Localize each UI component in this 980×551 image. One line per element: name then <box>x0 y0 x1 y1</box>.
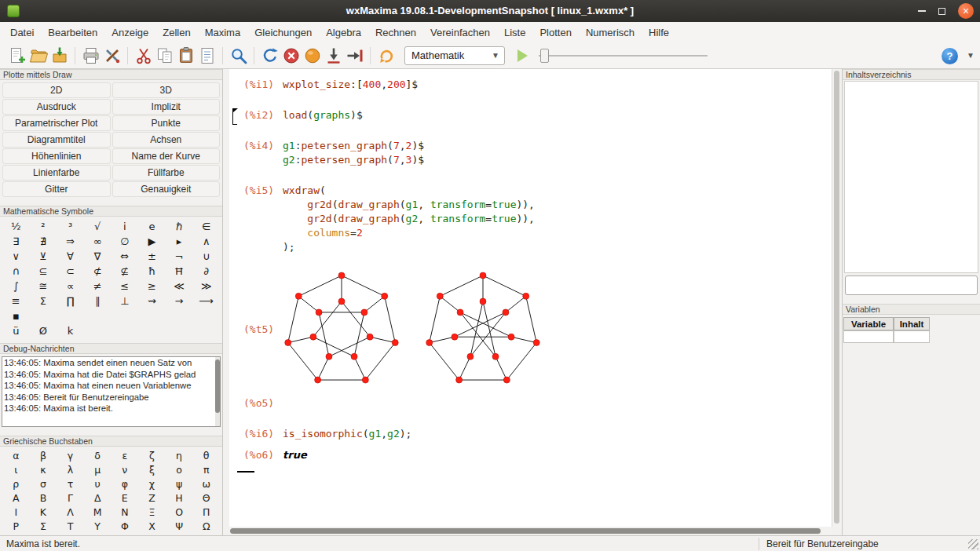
greek-H[interactable]: H <box>166 491 193 505</box>
symbol-i[interactable]: i <box>112 219 139 234</box>
draw-button-gitter[interactable]: Gitter <box>2 181 111 197</box>
symbol-⊈[interactable]: ⊈ <box>112 264 139 279</box>
symbol-≫[interactable]: ≫ <box>192 279 220 294</box>
cut-icon[interactable] <box>133 46 154 66</box>
greek-Λ[interactable]: Λ <box>57 505 84 520</box>
cell-code[interactable]: wxplot_size:[400,200]$ <box>283 78 418 92</box>
cell-code[interactable]: load(graphs)$ <box>283 108 363 122</box>
symbol-k[interactable]: k <box>57 323 84 338</box>
greek-K[interactable]: K <box>30 505 57 520</box>
symbol-▸[interactable]: ▸ <box>166 234 193 249</box>
slider-handle[interactable] <box>540 49 549 63</box>
symbol-∂[interactable]: ∂ <box>192 264 220 279</box>
symbol-½[interactable]: ½ <box>2 219 30 234</box>
symbol-∏[interactable]: ∏ <box>57 294 84 308</box>
variables-empty-cell[interactable] <box>894 330 930 343</box>
symbol-⇒[interactable]: ⇒ <box>57 234 84 249</box>
symbol-⇝[interactable]: ⇝ <box>138 294 166 308</box>
symbol-∅[interactable]: ∅ <box>112 234 139 249</box>
greek-B[interactable]: B <box>30 491 57 505</box>
cell-i2[interactable]: (%i2)load(graphs)$ <box>243 108 832 122</box>
greek-κ[interactable]: κ <box>30 463 57 477</box>
code-line[interactable]: load(graphs)$ <box>283 108 363 122</box>
symbol-³[interactable]: ³ <box>57 219 84 234</box>
toolbar-overflow-icon[interactable]: ▼ <box>967 51 975 60</box>
minimize-button[interactable] <box>918 10 926 12</box>
code-line[interactable]: true <box>283 448 307 462</box>
symbol-∩[interactable]: ∩ <box>2 264 30 279</box>
menu-anzeige[interactable]: Anzeige <box>104 24 155 42</box>
greek-Ω[interactable]: Ω <box>192 520 220 534</box>
menu-gleichungen[interactable]: Gleichungen <box>247 24 319 42</box>
resize-grip[interactable] <box>968 539 978 549</box>
menu-algebra[interactable]: Algebra <box>319 24 368 42</box>
symbol-⊂[interactable]: ⊂ <box>57 264 84 279</box>
cell-code[interactable]: is_isomorphic(g1,g2); <box>283 427 411 441</box>
greek-Π[interactable]: Π <box>192 505 220 520</box>
stop-icon[interactable] <box>280 46 302 66</box>
menu-liste[interactable]: Liste <box>497 24 532 42</box>
open-file-icon[interactable] <box>27 46 49 66</box>
draw-button-f-llfarbe[interactable]: Füllfarbe <box>112 165 221 181</box>
menu-datei[interactable]: Datei <box>3 24 41 42</box>
code-line[interactable]: wxdraw( <box>283 184 535 198</box>
cell-bracket[interactable] <box>232 108 238 125</box>
greek-P[interactable]: P <box>2 520 30 534</box>
cell-code[interactable]: g1:petersen_graph(7,2)$g2:petersen_graph… <box>283 139 424 167</box>
symbol-ü[interactable]: ü <box>2 323 30 338</box>
greek-τ[interactable]: τ <box>57 477 84 491</box>
greek-ω[interactable]: ω <box>192 477 220 491</box>
help-icon[interactable]: ? <box>942 48 958 64</box>
greek-Σ[interactable]: Σ <box>30 520 57 534</box>
draw-button-ausdruck[interactable]: Ausdruck <box>2 99 111 115</box>
symbol-∥[interactable]: ∥ <box>84 294 112 308</box>
menu-bearbeiten[interactable]: Bearbeiten <box>41 24 104 42</box>
menu-rechnen[interactable]: Rechnen <box>368 24 423 42</box>
greek-δ[interactable]: δ <box>84 449 112 463</box>
save-icon[interactable] <box>49 46 70 66</box>
debug-scrollbar[interactable] <box>215 357 220 426</box>
code-line[interactable]: columns=2 <box>283 226 535 240</box>
play-button[interactable] <box>517 49 528 62</box>
cell-i6[interactable]: (%i6)is_isomorphic(g1,g2); <box>243 427 832 441</box>
greek-N[interactable]: N <box>112 505 139 520</box>
symbol-±[interactable]: ± <box>138 249 166 264</box>
maximize-button[interactable] <box>938 8 945 15</box>
greek-ν[interactable]: ν <box>112 463 139 477</box>
draw-button-genauigkeit[interactable]: Genauigkeit <box>112 181 221 197</box>
symbol-Ø[interactable]: Ø <box>30 323 57 338</box>
document[interactable]: (%i1)wxplot_size:[400,200]$(%i2)load(gra… <box>229 69 832 527</box>
interrupt-icon[interactable] <box>302 46 323 66</box>
animation-slider[interactable] <box>539 48 708 64</box>
draw-button-diagrammtitel[interactable]: Diagrammtitel <box>2 132 111 148</box>
greek-Ψ[interactable]: Ψ <box>166 520 193 534</box>
cell-i5[interactable]: (%i5)wxdraw( gr2d(draw_graph(g1, transfo… <box>243 184 832 254</box>
greek-ρ[interactable]: ρ <box>2 477 30 491</box>
vertical-scrollbar-thumb[interactable] <box>834 71 839 524</box>
symbol-√[interactable]: √ <box>84 219 112 234</box>
greek-T[interactable]: T <box>57 520 84 534</box>
draw-button-parametrischer-plot[interactable]: Parametrischer Plot <box>2 115 111 131</box>
vertical-scrollbar[interactable] <box>832 69 840 527</box>
configure-icon[interactable] <box>101 46 122 66</box>
select-text-icon[interactable] <box>196 46 218 66</box>
menu-numerisch[interactable]: Numerisch <box>579 24 642 42</box>
symbol-ħ[interactable]: ħ <box>138 264 166 279</box>
draw-button-2d[interactable]: 2D <box>2 82 111 98</box>
greek-E[interactable]: E <box>112 491 139 505</box>
greek-β[interactable]: β <box>30 449 57 463</box>
cell-code[interactable]: wxdraw( gr2d(draw_graph(g1, transform=tr… <box>283 184 535 254</box>
greek-θ[interactable]: θ <box>192 449 220 463</box>
toc-filter-input[interactable] <box>845 276 978 295</box>
symbol-∝[interactable]: ∝ <box>57 279 84 294</box>
menu-hilfe[interactable]: Hilfe <box>642 24 676 42</box>
symbol-▶[interactable]: ▶ <box>138 234 166 249</box>
symbol-∪[interactable]: ∪ <box>192 249 220 264</box>
symbol-⟶[interactable]: ⟶ <box>192 294 220 308</box>
greek-Φ[interactable]: Φ <box>112 520 139 534</box>
print-icon[interactable] <box>80 46 101 66</box>
cell-t5[interactable]: (%t5) <box>243 271 832 389</box>
symbol-▪[interactable]: ▪ <box>2 308 30 323</box>
draw-button-h-henlinien[interactable]: Höhenlinien <box>2 148 111 164</box>
greek-Δ[interactable]: Δ <box>84 491 112 505</box>
